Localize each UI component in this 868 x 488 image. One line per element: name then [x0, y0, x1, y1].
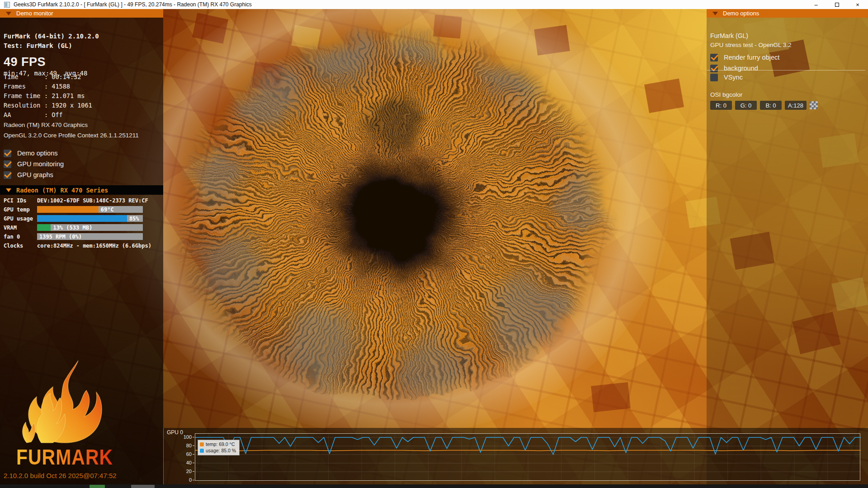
meter-track: 85% — [37, 215, 143, 222]
collapse-triangle-icon[interactable] — [6, 12, 11, 15]
y-tick-mark — [193, 471, 194, 472]
meter-value: 85% — [129, 216, 139, 222]
stat-label: Frames — [4, 82, 44, 91]
row-value: DEV:1002-67DF SUB:148C-2373 REV:CF — [37, 197, 148, 204]
checkbox-checked-icon[interactable] — [710, 65, 718, 72]
gpu-graph-lines — [195, 434, 861, 481]
furmark-wordmark: FURMARK — [13, 445, 117, 469]
furry-torus — [161, 16, 627, 398]
checkbox-label: GPU graphs — [17, 171, 53, 178]
gl-context-line: OpenGL 3.2.0 Core Profile Context 26.1.1… — [4, 132, 139, 139]
app-version-line: FurMark (64-bit) 2.10.2.0 — [4, 33, 99, 40]
y-tick-mark — [193, 446, 194, 446]
row-label: PCI IDs — [4, 197, 27, 204]
divider — [707, 70, 865, 70]
stat-row-aa: AA: Off — [4, 110, 92, 120]
maximize-button[interactable] — [826, 0, 847, 9]
mosaic-tile — [644, 79, 684, 113]
demo-options-header[interactable]: Demo options — [707, 9, 868, 18]
meter-value: 13% (533 MB) — [53, 225, 92, 231]
meter-row-gpu-temp: GPU temp69°C — [0, 205, 163, 214]
minimize-button[interactable]: – — [806, 0, 826, 9]
collapse-triangle-icon[interactable] — [6, 188, 11, 192]
collapse-triangle-icon[interactable] — [712, 12, 718, 15]
panel-title: Demo monitor — [16, 10, 53, 17]
stat-row-time: Time: 00:14:32 — [4, 72, 92, 82]
meter-label: fan 0 — [4, 234, 20, 240]
osi-bgcolor-label: OSI bgcolor — [710, 91, 742, 98]
stat-label: Time — [4, 72, 44, 82]
graph-legend: temp: 69.0 °Cusage: 85.0 % — [198, 440, 240, 455]
fps-counter: 49 FPS — [4, 55, 46, 69]
stat-label: Resolution — [4, 101, 44, 110]
meter-track: 1395 RPM (0%) — [37, 233, 143, 240]
gpu-graph-widget: GPU 0 100806040200 temp: 69.0 °Cusage: 8… — [163, 428, 868, 484]
demo-monitor-panel: Demo monitor FurMark (64-bit) 2.10.2.0 T… — [0, 9, 163, 484]
checkbox-checked-icon[interactable] — [4, 160, 11, 168]
bgcolor-b-value[interactable]: B: 0 — [760, 101, 782, 110]
stat-label: Frame time — [4, 91, 44, 101]
checkbox-gpu-graphs[interactable]: GPU graphs — [4, 169, 64, 180]
row-label: Clocks — [4, 243, 23, 249]
bgcolor-r-value[interactable]: R: 0 — [710, 101, 732, 110]
meter-row-gpu-usage: GPU usage85% — [0, 214, 163, 223]
meter-label: GPU usage — [4, 216, 33, 222]
taskbar-item[interactable] — [90, 485, 105, 488]
meter-fill — [37, 215, 127, 222]
meter-value: 69°C — [101, 206, 114, 213]
y-tick-mark — [193, 480, 194, 480]
y-tick-20: 20 — [178, 469, 192, 474]
checkbox-render-furry-object[interactable]: Render furry object — [710, 52, 779, 63]
gpu-section-title: Radeon (TM) RX 470 Series — [16, 187, 108, 194]
stat-label: AA — [4, 110, 44, 120]
gpu-section-header[interactable]: Radeon (TM) RX 470 Series — [0, 185, 163, 195]
checkbox-gpu-monitoring[interactable]: GPU monitoring — [4, 159, 64, 169]
taskbar[interactable] — [0, 484, 868, 488]
checkbox-label: Demo options — [17, 150, 57, 157]
y-tick-40: 40 — [178, 460, 192, 465]
demo-monitor-header[interactable]: Demo monitor — [0, 9, 163, 18]
checkbox-demo-options[interactable]: Demo options — [4, 148, 64, 159]
checkbox-label: Render furry object — [724, 54, 779, 61]
checkbox-unchecked-icon[interactable] — [710, 74, 718, 81]
y-tick-60: 60 — [178, 451, 192, 457]
stat-row-frames: Frames: 41588 — [4, 82, 92, 91]
clocks-row: Clockscore:824MHz - mem:1650MHz (6.6Gbps… — [0, 241, 163, 250]
checkbox-checked-icon[interactable] — [4, 171, 11, 179]
checkbox-checked-icon[interactable] — [710, 54, 718, 61]
meter-row-vram: VRAM13% (533 MB) — [0, 223, 163, 232]
meter-track: 69°C — [37, 206, 143, 213]
build-info: 2.10.2.0 build Oct 26 2025@07:47:52 — [4, 472, 117, 479]
y-tick-80: 80 — [178, 443, 192, 448]
row-value: core:824MHz - mem:1650MHz (6.6Gbps) — [37, 243, 151, 249]
close-button[interactable]: × — [847, 0, 868, 9]
meter-row-fan-0: fan 01395 RPM (0%) — [0, 232, 163, 241]
test-line: Test: FurMark (GL) — [4, 42, 72, 49]
bgcolor-g-value[interactable]: G: 0 — [735, 101, 757, 110]
checkbox-vsync[interactable]: VSync — [710, 72, 743, 83]
alpha-checker-swatch — [810, 101, 818, 109]
gpu-name-line: Radeon (TM) RX 470 Graphics — [4, 122, 88, 128]
panel-title: Demo options — [723, 10, 759, 17]
meter-fill — [37, 224, 51, 231]
checkbox-label: VSync — [724, 74, 743, 81]
bgcolor-a-value[interactable]: A:128 — [785, 101, 807, 110]
legend-text: usage: 85.0 % — [206, 448, 236, 453]
legend-swatch — [200, 442, 204, 446]
stat-value: : 1920 x 1061 — [44, 102, 92, 109]
checkbox-label: background — [724, 65, 758, 72]
taskbar-item[interactable] — [131, 485, 155, 488]
legend-swatch — [200, 449, 204, 453]
meter-fill — [37, 206, 99, 213]
checkbox-label: GPU monitoring — [17, 160, 64, 168]
checkbox-checked-icon[interactable] — [4, 150, 11, 157]
gpu-monitor-rows: PCI IDsDEV:1002-67DF SUB:148C-2373 REV:C… — [0, 196, 163, 250]
legend-entry-temp: temp: 69.0 °C — [200, 441, 236, 447]
session-stats: Time: 00:14:32Frames: 41588Frame time: 2… — [4, 72, 92, 120]
y-tick-mark — [193, 454, 194, 455]
stat-value: : 21.071 ms — [44, 92, 85, 99]
vsync-toggle-holder: VSync — [710, 72, 743, 83]
stat-value: : Off — [44, 111, 63, 118]
close-icon: × — [856, 1, 859, 8]
furmark-flame-logo — [11, 357, 115, 445]
